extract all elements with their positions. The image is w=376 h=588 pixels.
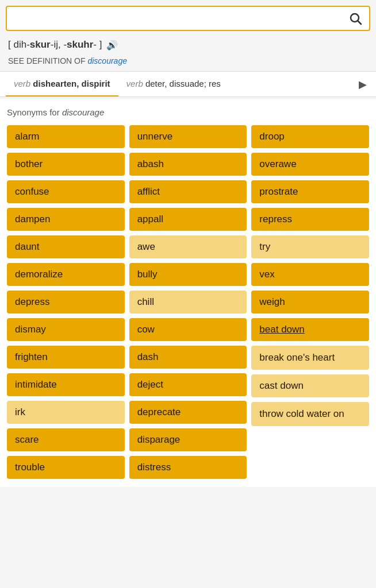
tag-confuse[interactable]: confuse (7, 180, 125, 203)
tags-col1: alarm bother confuse dampen daunt demora… (7, 125, 125, 479)
tab-overflow-arrow[interactable]: ▶ (355, 72, 370, 96)
tag-prostrate[interactable]: prostrate (251, 180, 369, 203)
tag-try[interactable]: try (251, 235, 369, 258)
tag-daunt[interactable]: daunt (7, 235, 125, 258)
tab2-verb: verb (126, 79, 143, 88)
tag-trouble[interactable]: trouble (7, 456, 125, 479)
tag-droop[interactable]: droop (251, 125, 369, 148)
tags-col3: droop overawe prostrate repress try vex … (251, 125, 369, 426)
svg-line-1 (358, 21, 362, 25)
tags-col2: unnerve abash afflict appall awe bully c… (129, 125, 247, 479)
tags-grid: alarm bother confuse dampen daunt demora… (7, 125, 369, 479)
tag-alarm[interactable]: alarm (7, 125, 125, 148)
tag-weigh[interactable]: weigh (251, 291, 369, 314)
search-input[interactable]: discourage (14, 12, 348, 25)
pronunciation: [ dih-skur-ij, -skuhr- ] 🔊 (0, 36, 376, 54)
tag-abash[interactable]: abash (129, 153, 247, 176)
search-bar: discourage (6, 6, 370, 31)
speaker-icon[interactable]: 🔊 (106, 40, 118, 51)
tabs-container: verb dishearten, dispirit verb deter, di… (0, 71, 376, 97)
tag-bully[interactable]: bully (129, 263, 247, 286)
tag-cow[interactable]: cow (129, 318, 247, 341)
tag-intimidate[interactable]: intimidate (7, 373, 125, 396)
tag-irk[interactable]: irk (7, 401, 125, 424)
synonyms-section: Synonyms for discourage alarm bother con… (0, 99, 376, 487)
tag-demoralize[interactable]: demoralize (7, 263, 125, 286)
see-definition-label: SEE DEFINITION OF (8, 56, 86, 65)
tag-repress[interactable]: repress (251, 208, 369, 231)
pronunciation-text: [ dih-skur-ij, -skuhr- ] (8, 39, 102, 51)
search-button[interactable] (348, 11, 362, 25)
tag-break-ones-heart[interactable]: break one's heart (251, 346, 369, 370)
tag-unnerve[interactable]: unnerve (129, 125, 247, 148)
tag-bother[interactable]: bother (7, 153, 125, 176)
tag-appall[interactable]: appall (129, 208, 247, 231)
tag-depress[interactable]: depress (7, 291, 125, 314)
tag-dash[interactable]: dash (129, 346, 247, 369)
tag-afflict[interactable]: afflict (129, 180, 247, 203)
tag-frighten[interactable]: frighten (7, 346, 125, 369)
tag-dampen[interactable]: dampen (7, 208, 125, 231)
see-definition-link[interactable]: discourage (87, 56, 127, 65)
tag-distress[interactable]: distress (129, 456, 247, 479)
tag-overawe[interactable]: overawe (251, 153, 369, 176)
tab-deter[interactable]: verb deter, dissuade; res (118, 72, 229, 96)
tag-vex[interactable]: vex (251, 263, 369, 286)
synonyms-label: Synonyms for discourage (7, 107, 369, 117)
search-icon (348, 11, 362, 25)
tag-cast-down[interactable]: cast down (251, 374, 369, 397)
tag-deprecate[interactable]: deprecate (129, 401, 247, 424)
tag-disparage[interactable]: disparage (129, 428, 247, 451)
tag-beat-down[interactable]: beat down (251, 318, 369, 341)
tab1-label: dishearten, dispirit (33, 79, 110, 88)
tag-deject[interactable]: deject (129, 373, 247, 396)
tab2-label: deter, dissuade; res (145, 79, 221, 88)
tag-scare[interactable]: scare (7, 428, 125, 451)
synonyms-word: discourage (62, 107, 104, 117)
tag-awe[interactable]: awe (129, 235, 247, 258)
tab1-verb: verb (14, 79, 30, 88)
tag-chill[interactable]: chill (129, 291, 247, 314)
see-definition: SEE DEFINITION OF discourage (0, 54, 376, 71)
tag-throw-cold-water-on[interactable]: throw cold water on (251, 402, 369, 426)
tag-dismay[interactable]: dismay (7, 318, 125, 341)
tab-dishearten[interactable]: verb dishearten, dispirit (6, 72, 118, 96)
